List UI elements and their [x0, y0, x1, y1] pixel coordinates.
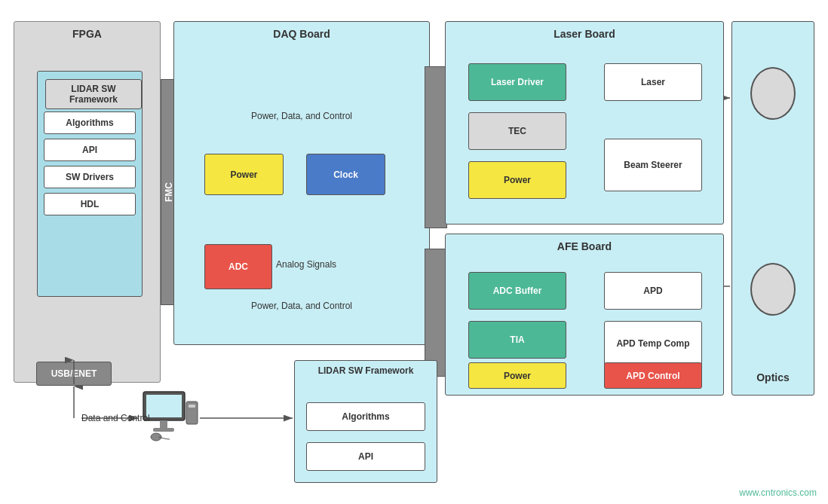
svg-rect-19 — [189, 405, 195, 408]
svg-rect-17 — [153, 428, 174, 432]
optic-bottom — [750, 263, 796, 316]
optic-top — [750, 67, 796, 120]
lidar-sw-framework-box: LIDAR SW Framework Algorithms API SW Dri… — [37, 71, 143, 297]
fpga-label: FPGA — [72, 28, 102, 40]
svg-point-20 — [151, 433, 161, 441]
afe-connector — [425, 249, 447, 377]
svg-rect-16 — [160, 420, 167, 428]
adc-buffer-box: ADC Buffer — [468, 272, 566, 310]
power-data-control-bottom-label: Power, Data, and Control — [189, 301, 414, 311]
api-bottom-box: API — [306, 442, 425, 471]
laser-label: Laser Board — [554, 28, 615, 40]
apd-temp-comp-box: APD Temp Comp — [604, 321, 702, 366]
optics-area: Optics — [731, 21, 814, 396]
adc-box: ADC — [204, 244, 272, 289]
algorithms-box: Algorithms — [44, 111, 136, 134]
optics-label: Optics — [756, 371, 790, 383]
apd-box: APD — [604, 272, 702, 310]
fpga-board: FPGA LIDAR SW Framework Algorithms API S… — [14, 21, 161, 383]
tec-box: TEC — [468, 112, 566, 150]
lidar-sw-label: LIDAR SW Framework — [45, 79, 142, 109]
power-daq-box: Power — [204, 154, 284, 195]
hdl-box: HDL — [44, 193, 136, 215]
laser-box: Laser — [604, 63, 702, 101]
lidar-sw-bottom-label: LIDAR SW Framework — [295, 365, 437, 376]
analog-signals-label: Analog Signals — [276, 259, 336, 270]
algorithms-bottom-box: Algorithms — [306, 402, 425, 431]
clock-box: Clock — [306, 154, 385, 195]
diagram: FPGA LIDAR SW Framework Algorithms API S… — [0, 0, 828, 504]
laser-board: Laser Board Laser Driver TEC Power Laser… — [445, 21, 724, 225]
data-and-control-label: Data and Control — [81, 413, 150, 423]
svg-rect-15 — [146, 395, 182, 417]
power-afe-box: Power — [468, 362, 566, 389]
afe-label: AFE Board — [557, 240, 612, 252]
laser-driver-box: Laser Driver — [468, 63, 566, 101]
power-laser-box: Power — [468, 161, 566, 199]
apd-control-box: APD Control — [604, 362, 702, 389]
tia-box: TIA — [468, 321, 566, 359]
afe-board: AFE Board ADC Buffer APD TIA APD Temp Co… — [445, 234, 724, 396]
watermark: www.cntronics.com — [739, 487, 817, 498]
power-data-control-top-label: Power, Data, and Control — [189, 111, 414, 121]
daq-laser-connector — [425, 66, 447, 228]
daq-board: DAQ Board Power, Data, and Control Power… — [173, 21, 430, 345]
beam-steerer-box: Beam Steerer — [604, 139, 702, 191]
sw-drivers-box: SW Drivers — [44, 166, 136, 188]
daq-label: DAQ Board — [273, 28, 330, 40]
api-box: API — [44, 139, 136, 161]
lidar-sw-bottom-box: LIDAR SW Framework Algorithms API — [294, 360, 437, 483]
usb-enet-box: USB/ENET — [36, 362, 112, 386]
